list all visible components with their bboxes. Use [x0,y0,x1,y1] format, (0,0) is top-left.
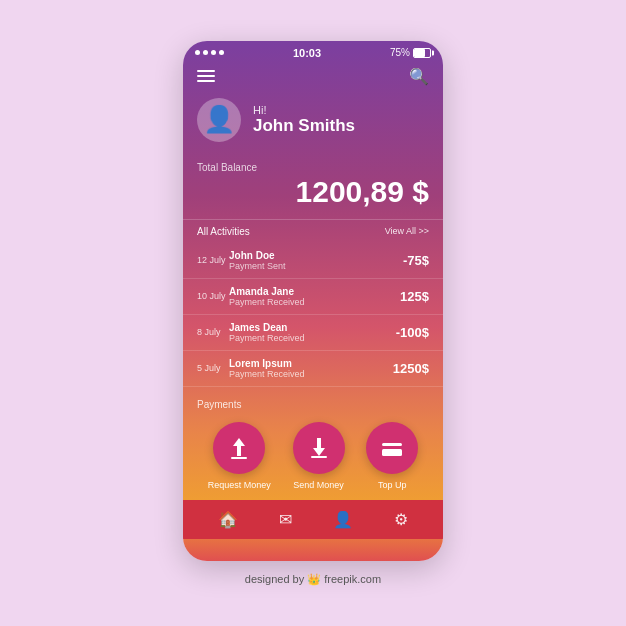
status-dots [195,50,224,55]
transaction-amount: -75$ [403,253,429,268]
svg-marker-2 [313,438,325,456]
home-icon[interactable]: 🏠 [218,510,238,529]
table-row: 8 July James Dean Payment Received -100$ [183,315,443,351]
transaction-info: Amanda Jane Payment Received [229,286,400,307]
battery-percent: 75% [390,47,410,58]
user-header: 👤 Hi! John Smiths [183,94,443,156]
transaction-type: Payment Sent [229,261,403,271]
watermark-text: designed by 👑 freepik.com [245,573,381,586]
table-row: 12 July John Doe Payment Sent -75$ [183,243,443,279]
transactions-list: 12 July John Doe Payment Sent -75$ 10 Ju… [183,243,443,387]
table-row: 10 July Amanda Jane Payment Received 125… [183,279,443,315]
payments-label: Payments [197,399,429,410]
activities-title: All Activities [197,226,250,237]
message-icon[interactable]: ✉ [279,510,292,529]
battery-fill [414,49,425,57]
svg-rect-4 [382,443,402,446]
request-money-icon [225,434,253,462]
svg-rect-3 [311,456,327,458]
avatar-icon: 👤 [203,104,235,135]
send-money-button[interactable]: Send Money [293,422,345,490]
bottom-nav: 🏠 ✉ 👤 ⚙ [183,500,443,539]
balance-amount: 1200,89 $ [197,175,429,209]
transaction-info: John Doe Payment Sent [229,250,403,271]
settings-icon[interactable]: ⚙ [394,510,408,529]
send-money-icon [305,434,333,462]
transaction-type: Payment Received [229,333,396,343]
status-dot-2 [203,50,208,55]
transaction-date: 8 July [197,327,229,337]
svg-rect-5 [382,449,402,456]
phone-frame: 10:03 75% 🔍 👤 Hi! John [183,41,443,561]
hamburger-icon[interactable] [197,70,215,82]
hamburger-line-3 [197,80,215,82]
transaction-date: 12 July [197,255,229,265]
transaction-amount: 125$ [400,289,429,304]
status-dot-1 [195,50,200,55]
payments-buttons: Request Money Send Money [197,422,429,490]
send-money-label: Send Money [293,480,344,490]
table-row: 5 July Lorem Ipsum Payment Received 1250… [183,351,443,387]
svg-rect-1 [231,457,247,459]
transaction-name: James Dean [229,322,396,333]
transaction-date: 10 July [197,291,229,301]
watermark: designed by 👑 freepik.com [245,573,381,586]
header-username: John Smiths [253,116,355,136]
battery-icon [413,48,431,58]
hamburger-line-1 [197,70,215,72]
header-text: Hi! John Smiths [253,104,355,136]
transaction-info: Lorem Ipsum Payment Received [229,358,393,379]
top-up-circle [366,422,418,474]
top-up-button[interactable]: Top Up [366,422,418,490]
status-dot-3 [211,50,216,55]
transaction-name: John Doe [229,250,403,261]
header-greeting: Hi! [253,104,355,116]
status-dot-4 [219,50,224,55]
status-bar: 10:03 75% [183,41,443,63]
svg-marker-0 [233,438,245,456]
search-icon[interactable]: 🔍 [409,67,429,86]
activities-header: All Activities View All >> [183,219,443,243]
request-money-button[interactable]: Request Money [208,422,271,490]
transaction-amount: 1250$ [393,361,429,376]
profile-icon[interactable]: 👤 [333,510,353,529]
view-all-link[interactable]: View All >> [385,226,429,236]
balance-section: Total Balance 1200,89 $ [183,156,443,219]
transaction-type: Payment Received [229,297,400,307]
app-container: 10:03 75% 🔍 👤 Hi! John [183,41,443,561]
send-money-circle [293,422,345,474]
status-battery: 75% [390,47,431,58]
top-up-label: Top Up [378,480,407,490]
request-money-label: Request Money [208,480,271,490]
transaction-name: Amanda Jane [229,286,400,297]
top-up-icon [378,434,406,462]
transaction-info: James Dean Payment Received [229,322,396,343]
status-time: 10:03 [293,47,321,59]
payments-section: Payments Request Money [183,387,443,500]
avatar: 👤 [197,98,241,142]
transaction-amount: -100$ [396,325,429,340]
transaction-date: 5 July [197,363,229,373]
transaction-type: Payment Received [229,369,393,379]
balance-label: Total Balance [197,162,429,173]
nav-bar: 🔍 [183,63,443,94]
transaction-name: Lorem Ipsum [229,358,393,369]
request-money-circle [213,422,265,474]
hamburger-line-2 [197,75,215,77]
